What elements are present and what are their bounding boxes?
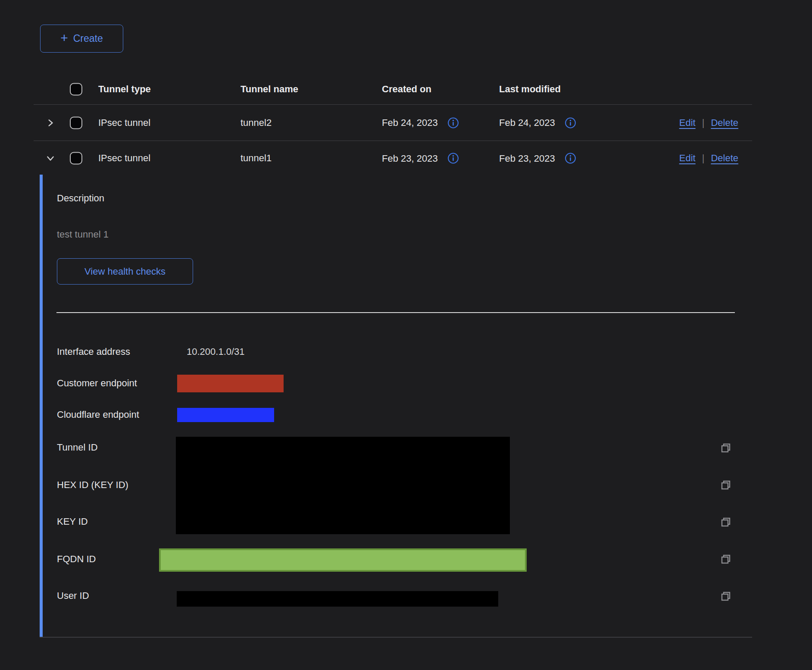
user-id-redacted-value (177, 591, 498, 607)
delete-link[interactable]: Delete (711, 153, 738, 164)
section-divider (56, 312, 735, 313)
table-row: IPsec tunnel tunnel2 Feb 24, 2023 Feb 24… (34, 105, 752, 141)
created-on-value: Feb 24, 2023 (382, 117, 438, 128)
actions-separator: | (702, 117, 705, 128)
copy-tunnel-id-button[interactable] (720, 442, 732, 454)
info-icon[interactable] (447, 153, 459, 164)
tunnel-hex-key-id-redacted-values (176, 437, 510, 534)
interface-address-label: Interface address (57, 346, 130, 357)
key-id-label: KEY ID (57, 516, 88, 527)
view-health-checks-button[interactable]: View health checks (57, 258, 193, 285)
created-on-value: Feb 23, 2023 (382, 153, 438, 164)
column-header-tunnel-name: Tunnel name (240, 84, 298, 95)
fqdn-id-redacted-value (159, 548, 527, 572)
last-modified-value: Feb 23, 2023 (499, 153, 555, 164)
info-icon[interactable] (565, 153, 576, 164)
description-label: Description (57, 193, 104, 204)
cloudflare-endpoint-redacted-value (177, 408, 274, 422)
view-health-checks-label: View health checks (84, 266, 166, 277)
copy-fqdn-id-button[interactable] (720, 553, 732, 565)
actions-separator: | (702, 153, 705, 164)
info-icon[interactable] (565, 117, 576, 128)
chevron-down-icon (46, 153, 55, 163)
tunnel-name-value: tunnel1 (240, 153, 272, 164)
tunnel-name-value: tunnel2 (240, 117, 272, 128)
select-all-checkbox[interactable] (70, 83, 82, 96)
copy-hex-id-button[interactable] (720, 479, 732, 491)
customer-endpoint-redacted-value (177, 375, 284, 392)
table-row: IPsec tunnel tunnel1 Feb 23, 2023 Feb 23… (34, 141, 752, 175)
create-button-label: Create (73, 33, 103, 44)
row-checkbox[interactable] (70, 116, 82, 129)
last-modified-value: Feb 24, 2023 (499, 117, 555, 128)
copy-icon (720, 442, 732, 454)
expand-row-button[interactable] (46, 118, 55, 128)
copy-user-id-button[interactable] (720, 590, 732, 602)
copy-icon (720, 590, 732, 602)
cloudflare-endpoint-label: Cloudflare endpoint (57, 409, 139, 420)
expanded-row-bottom-border (40, 637, 752, 638)
row-checkbox[interactable] (70, 152, 82, 165)
interface-address-value: 10.200.1.0/31 (187, 346, 245, 357)
tunnels-table: Tunnel type Tunnel name Created on Last … (34, 74, 752, 175)
create-button[interactable]: + Create (40, 25, 123, 53)
chevron-right-icon (46, 118, 55, 128)
plus-icon: + (60, 31, 68, 44)
column-header-tunnel-type: Tunnel type (98, 84, 151, 95)
info-icon[interactable] (447, 117, 459, 128)
hex-id-label: HEX ID (KEY ID) (57, 479, 128, 491)
column-header-created-on: Created on (382, 84, 431, 95)
copy-icon (720, 479, 732, 491)
edit-link[interactable]: Edit (679, 117, 696, 128)
tunnel-type-value: IPsec tunnel (98, 153, 150, 164)
edit-link[interactable]: Edit (679, 153, 696, 164)
column-header-last-modified: Last modified (499, 84, 561, 95)
table-header-row: Tunnel type Tunnel name Created on Last … (34, 74, 752, 105)
user-id-label: User ID (57, 590, 89, 601)
copy-icon (720, 553, 732, 565)
delete-link[interactable]: Delete (711, 117, 738, 128)
collapse-row-button[interactable] (46, 153, 55, 163)
copy-icon (720, 516, 732, 528)
fqdn-id-label: FQDN ID (57, 554, 96, 565)
tunnel-type-value: IPsec tunnel (98, 117, 150, 128)
copy-key-id-button[interactable] (720, 516, 732, 528)
expanded-row-accent-bar (40, 175, 43, 637)
customer-endpoint-label: Customer endpoint (57, 378, 137, 389)
description-value: test tunnel 1 (57, 229, 109, 240)
tunnel-id-label: Tunnel ID (57, 442, 98, 453)
